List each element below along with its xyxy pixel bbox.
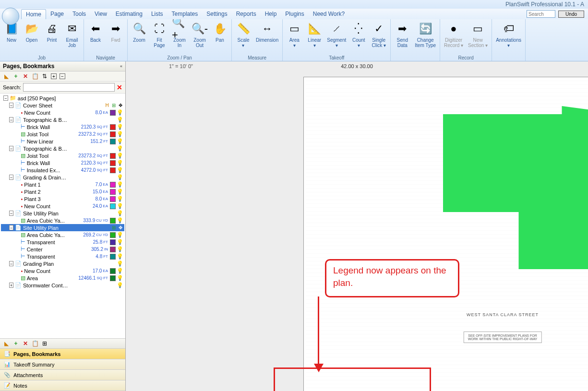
color-swatch[interactable] [110,247,116,252]
tree-toggle-icon[interactable]: − [9,261,13,266]
ribbon-count-button[interactable]: ⁛Count▾ [349,20,368,55]
collapse-all-icon[interactable]: − [60,73,65,79]
tree-toggle-icon[interactable]: − [9,117,13,122]
tree-toggle-icon[interactable]: − [9,225,13,230]
tree-node[interactable]: −📄Topographic & Boundary Survey💡 [1,145,124,152]
sidebar-search-input[interactable] [23,83,115,92]
tree-toggle-icon[interactable]: − [9,175,13,180]
tree-node[interactable]: •Plant 38.0EA💡 [1,195,124,202]
bulb-icon[interactable]: 💡 [117,210,123,216]
add2-icon[interactable]: + [12,340,19,347]
bulb-icon[interactable]: 💡 [117,153,123,159]
tree-node[interactable]: ⊢New Linear151.2FT💡 [1,138,124,145]
menu-tab-estimating[interactable]: Estimating [111,9,147,19]
bulb-icon[interactable]: 💡 [117,232,123,238]
menu-tab-templates[interactable]: Templates [168,9,203,19]
bulb-icon[interactable]: 💡 [117,131,123,137]
tree-toggle-icon[interactable]: − [9,103,13,108]
color-swatch[interactable] [110,131,116,137]
color-swatch[interactable] [110,275,116,281]
color-swatch[interactable] [110,268,116,274]
color-swatch[interactable] [110,182,116,188]
collapse-icon[interactable]: « [120,64,122,69]
bulb-icon[interactable]: 💡 [117,174,123,180]
accordion-notes[interactable]: 📝Notes [0,380,125,391]
ribbon-annotations-button[interactable]: 🏷Annotations▾ [494,20,523,60]
ribbon-area-button[interactable]: ▭Area▾ [285,20,304,55]
filter-icon[interactable]: ◣ [3,73,10,80]
ribbon-email-button[interactable]: ✉EmailJob [62,20,82,55]
tree-node[interactable]: •New Count24.0EA💡 [1,202,124,210]
ribbon-segment-button[interactable]: ⟋Segment▾ [325,20,348,55]
plan-sheet[interactable]: WEST SANTA CLARA STREET SEE OFF-SITE IMP… [303,77,588,391]
bulb-icon[interactable]: 💡 [117,217,123,224]
app-orb-icon[interactable] [2,8,19,25]
tree-toggle-icon[interactable]: − [9,146,13,151]
c-icon[interactable]: ⊞ [111,225,117,231]
menu-tab-view[interactable]: View [90,9,111,19]
color-swatch[interactable] [110,218,116,224]
bulb-icon[interactable]: 💡 [117,203,123,209]
undo-button[interactable]: Undo [558,11,584,18]
accordion-attachments[interactable]: 📎Attachments [0,370,125,380]
tree-node[interactable]: •New Count8.0EA💡 [1,109,124,116]
bulb-icon[interactable]: 💡 [117,261,123,267]
menu-tab-help[interactable]: Help [261,9,281,19]
color-swatch[interactable] [110,232,116,238]
ribbon-back-button[interactable]: ⬅Back [86,20,105,55]
bulb-icon[interactable]: 💡 [117,160,123,166]
bulb-icon[interactable]: 💡 [117,145,123,152]
tree-node[interactable]: ⊢Transparent4.8FT💡 [1,253,124,260]
bulb-icon[interactable]: 💡 [117,268,123,274]
tree-node[interactable]: •Plant 17.0EA💡 [1,181,124,188]
tree-node[interactable]: −📄Cover SheetH⊞✥ [1,102,124,109]
menu-tab-home[interactable]: Home [21,9,46,19]
quick-search-input[interactable] [527,10,555,18]
tree-node[interactable]: ▧Joist Tool23273.2SQ FT💡 [1,152,124,159]
bulb-icon[interactable]: 💡 [117,196,123,202]
tree-node[interactable]: ▧Area12466.1SQ FT💡 [1,274,124,282]
delete2-icon[interactable]: ✕ [22,340,29,347]
tree-node[interactable]: ⊢Center305.2IN💡 [1,246,124,253]
add-icon[interactable]: + [12,73,19,80]
ribbon-scale-button[interactable]: 📏Scale▾ [234,20,253,55]
o-icon[interactable]: ✥ [118,103,123,108]
menu-tab-settings[interactable]: Settings [202,9,231,19]
ribbon-zoom-button[interactable]: 🔍Zoom [130,20,149,55]
delete-icon[interactable]: ✕ [22,73,29,80]
ribbon-dimension-button[interactable]: ↔Dimension [254,20,280,55]
ribbon-fit-button[interactable]: ⛶FitPage [150,20,169,55]
tree-node[interactable]: ▧Area Cubic Ya...333.9CU YD💡 [1,217,124,224]
tree-node[interactable]: ⊢Brick Wall2120.3SQ FT💡 [1,159,124,166]
tree-node[interactable]: ⊢Insulated Ex...4272.0SQ FT💡 [1,166,124,174]
ribbon-linear-button[interactable]: 📐Linear▾ [305,20,324,55]
tree-node[interactable]: −📄Site Utility Plan⊞✥ [1,224,124,231]
color-swatch[interactable] [110,167,116,173]
bulb-icon[interactable]: 💡 [117,282,123,288]
bulb-icon[interactable]: 💡 [117,181,123,188]
menu-tab-page[interactable]: Page [46,9,68,19]
ribbon-print-button[interactable]: 🖨Print [42,20,61,55]
tree-toggle-icon[interactable]: + [9,283,13,288]
ribbon-zoom-button[interactable]: 🔍-ZoomOut [190,20,209,55]
bulb-icon[interactable]: 💡 [117,239,123,245]
bulb-icon[interactable]: 💡 [117,253,123,260]
tree-node[interactable]: ⊢Transparent25.8FT💡 [1,238,124,246]
tree-node[interactable]: ▧Area Cubic Ya...269.2CU YD💡 [1,231,124,238]
tree-node[interactable]: ▧Joist Tool23273.2SQ FT💡 [1,130,124,138]
ribbon-send-button[interactable]: ➡SendData [393,20,412,60]
menu-tab-needwork[interactable]: Need Work? [309,9,349,19]
ribbon-single-button[interactable]: ✓SingleClick ▾ [369,20,388,55]
bulb-icon[interactable]: 💡 [117,109,123,116]
color-swatch[interactable] [110,110,116,116]
props-icon[interactable]: ⊞ [41,340,48,347]
copy2-icon[interactable]: 📋 [32,340,38,347]
menu-tab-plugins[interactable]: Plugins [281,9,308,19]
tree-node[interactable]: −📁asd [250 Pages] [1,95,124,102]
tree-node[interactable]: ⊢Brick Wall2120.3SQ FT💡 [1,123,124,130]
tree-node[interactable]: −📄Topographic & Boundary Survey💡 [1,116,124,123]
menu-tab-lists[interactable]: Lists [147,9,168,19]
bulb-icon[interactable]: 💡 [117,275,123,281]
copy-icon[interactable]: 📋 [32,73,38,80]
color-swatch[interactable] [110,196,116,202]
